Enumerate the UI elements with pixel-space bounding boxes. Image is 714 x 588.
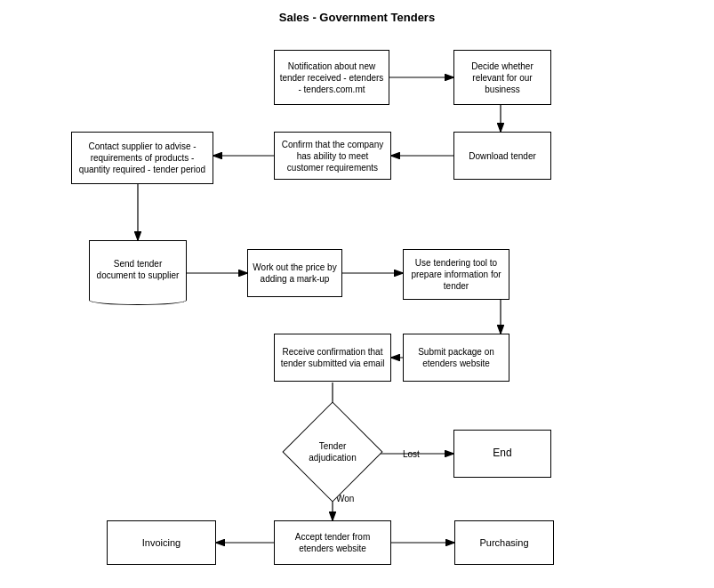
receive-box: Receive confirmation that tender submitt…: [274, 334, 391, 382]
submit-box: Submit package on etenders website: [403, 334, 509, 382]
use-tendering-box: Use tendering tool to prepare informatio…: [403, 249, 509, 300]
decide-box: Decide whether relevant for our business: [453, 50, 551, 105]
end-box: End: [453, 430, 551, 478]
diagram-container: Sales - Government Tenders: [0, 0, 714, 588]
confirm-box: Confirm that the company has ability to …: [274, 132, 391, 180]
page-title: Sales - Government Tenders: [0, 0, 714, 24]
notification-box: Notification about new tender received -…: [274, 50, 389, 105]
accept-box: Accept tender from etenders website: [274, 520, 391, 565]
work-out-box: Work out the price by adding a mark-up: [247, 249, 342, 297]
lost-label: Lost: [403, 449, 420, 459]
download-box: Download tender: [453, 132, 551, 180]
invoicing-box: Invoicing: [107, 520, 216, 565]
tender-adj-diamond: Tender adjudication: [297, 416, 368, 487]
send-tender-box: Send tender document to supplier: [89, 240, 187, 298]
purchasing-box: Purchasing: [454, 520, 554, 565]
contact-box: Contact supplier to advise - requirement…: [71, 132, 213, 184]
